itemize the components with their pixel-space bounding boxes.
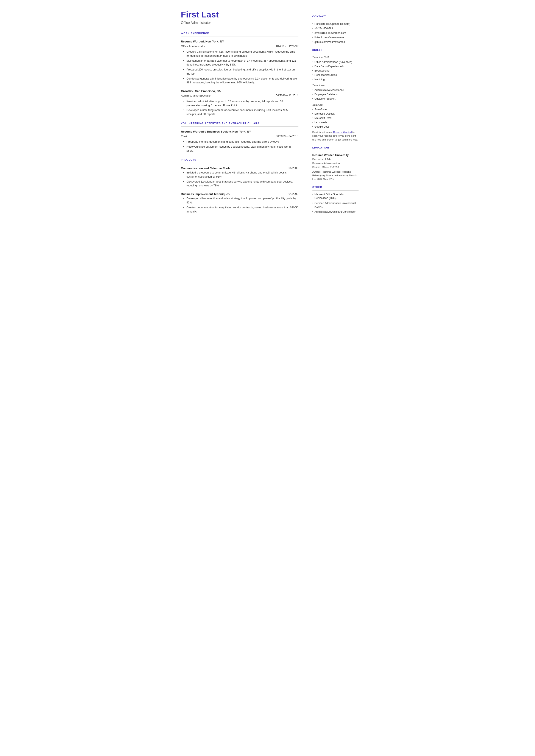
tech-skill-1: Data Entry (Experienced) (312, 65, 358, 68)
edu-awards: Awards: Resume Worded Teaching Fellow (o… (312, 170, 358, 181)
tech-skill-2: Bookkeeping (312, 69, 358, 72)
edu-institution: Resume Worded University (312, 153, 358, 157)
project-name-1: Communication and Calendar Tools (181, 166, 231, 170)
promo-text-1: Don't forget to use (312, 131, 333, 133)
volunteer-company-1: Resume Worded's Business Society, New Yo… (181, 129, 251, 134)
software-skill-0: Salesforce (312, 107, 358, 111)
techniques-skills-list: Administrative Assistance Employee Relat… (312, 88, 358, 101)
technical-label: Technical Skill: (312, 55, 358, 59)
volunteer-title-row-1: Resume Worded's Business Society, New Yo… (181, 129, 298, 134)
resume-page: First Last Office Administrator WORK EXP… (171, 0, 365, 259)
job-role-dates-row-2: Administrative Specialist 06/2010 – 12/2… (181, 94, 298, 99)
contact-item-2: email@resumeworded.com (312, 31, 358, 35)
job-company-2: Growthsi, San Francisco, CA (181, 89, 221, 93)
technique-skill-1: Employee Relations (312, 93, 358, 96)
vol-bullet-1-2: Resolved office equipment issues by trou… (183, 145, 298, 153)
name: First Last (181, 10, 298, 19)
tech-skill-3: Receptionist Duties (312, 73, 358, 77)
other-header: OTHER (312, 185, 358, 189)
other-item-0: Microsoft Office Specialist Certificatio… (312, 193, 358, 200)
work-divider (181, 36, 298, 37)
job-role-dates-row-1: Office Administrator 01/2015 – Present (181, 44, 298, 50)
other-list: Microsoft Office Specialist Certificatio… (312, 193, 358, 214)
project-title-row-2: Business Improvement Techniques 04/2009 (181, 192, 298, 196)
job-title-row-1: Resume Worded, New York, NY (181, 40, 298, 44)
job-dates-2: 06/2010 – 12/2014 (276, 94, 298, 98)
contact-header: CONTACT (312, 14, 358, 18)
project-name-2: Business Improvement Techniques (181, 192, 230, 196)
job-role-1: Office Administrator (181, 44, 205, 48)
bullet-1-3: Prepared 200 reports on sales figures, b… (183, 68, 298, 76)
promo-block: Don't forget to use Resume Worded to sca… (312, 130, 358, 142)
education-divider (312, 151, 358, 151)
volunteer-role-1: Clerk (181, 134, 187, 139)
software-skill-4: Google Docs (312, 125, 358, 129)
bullet-2-1: Provided administrative support to 12 su… (183, 99, 298, 107)
other-item-1: Certified Administrative Professional (C… (312, 202, 358, 209)
software-skill-3: LexisNexis (312, 121, 358, 124)
skills-divider (312, 53, 358, 53)
proj-bullet-2-1: Developed client retention and sales str… (183, 197, 298, 205)
education-block: Resume Worded University Bachelor of Art… (312, 153, 358, 181)
contact-item-3: linkedin.com/in/username (312, 36, 358, 40)
skills-header: SKILLS (312, 48, 358, 52)
education-header: EDUCATION (312, 146, 358, 150)
technique-skill-0: Administrative Assistance (312, 88, 358, 92)
contact-list: Honolulu, HI (Open to Remote) +1-234-456… (312, 22, 358, 44)
edu-location-date: Boston, MA — 05/2010 (312, 165, 358, 169)
work-experience-header: WORK EXPERIENCE (181, 32, 298, 35)
bullet-2-2: Developed a new filing system for execut… (183, 108, 298, 116)
volunteering-divider (181, 126, 298, 126)
software-skill-2: Microsoft Excel (312, 116, 358, 120)
bullet-1-2: Maintained an organized calendar to keep… (183, 59, 298, 67)
volunteer-role-dates-row-1: Clerk 06/2009 – 04/2010 (181, 134, 298, 140)
project-block-2: Business Improvement Techniques 04/2009 … (181, 192, 298, 213)
volunteer-dates-1: 06/2009 – 04/2010 (276, 134, 298, 138)
proj-bullet-2-2: Created documentation for negotiating ve… (183, 206, 298, 214)
volunteering-header: VOLUNTEERING ACTIVITIES AND EXTRACURRICU… (181, 122, 298, 125)
job-dates-1: 01/2015 – Present (276, 44, 298, 48)
resume-worded-link[interactable]: Resume Worded (333, 131, 352, 133)
project-bullets-2: Developed client retention and sales str… (181, 197, 298, 213)
project-block-1: Communication and Calendar Tools 05/2009… (181, 166, 298, 188)
contact-item-1: +1-234-456-789 (312, 26, 358, 30)
proj-bullet-1-1: Initiated a procedure to communicate wit… (183, 171, 298, 179)
bullet-1-4: Conducted general administrative tasks b… (183, 77, 298, 85)
job-bullets-2: Provided administrative support to 12 su… (181, 99, 298, 116)
bullet-1-1: Created a filing system for 4.6K incomin… (183, 50, 298, 58)
right-column: CONTACT Honolulu, HI (Open to Remote) +1… (306, 0, 365, 259)
job-block-2: Growthsi, San Francisco, CA Administrati… (181, 89, 298, 116)
edu-field: Business Administration (312, 161, 358, 165)
left-column: First Last Office Administrator WORK EXP… (171, 0, 306, 259)
job-role-2: Administrative Specialist (181, 94, 211, 98)
job-title-row-2: Growthsi, San Francisco, CA (181, 89, 298, 93)
other-item-2: Administrative Assistant Certification (312, 210, 358, 214)
job-company-1: Resume Worded, New York, NY (181, 40, 224, 44)
contact-item-4: github.com/resumeworded (312, 40, 358, 44)
volunteer-block-1: Resume Worded's Business Society, New Yo… (181, 129, 298, 153)
vol-bullet-1-1: Proofread memos, documents and contracts… (183, 140, 298, 144)
project-title-row-1: Communication and Calendar Tools 05/2009 (181, 166, 298, 170)
projects-header: PROJECTS (181, 158, 298, 162)
job-block-1: Resume Worded, New York, NY Office Admin… (181, 40, 298, 85)
edu-degree: Bachelor of Arts (312, 157, 358, 161)
techniques-label: Techniques: (312, 83, 358, 87)
tech-skill-0: Office Administration (Advanced) (312, 60, 358, 64)
tech-skill-4: Invoicing (312, 77, 358, 81)
project-date-1: 05/2009 (289, 166, 298, 170)
proj-bullet-1-2: Discovered 12 calendar apps that sync se… (183, 180, 298, 188)
job-title: Office Administrator (181, 20, 298, 25)
software-skills-list: Salesforce Microsoft Outlook Microsoft E… (312, 107, 358, 129)
technical-skills-list: Office Administration (Advanced) Data En… (312, 60, 358, 81)
technique-skill-2: Customer Support (312, 97, 358, 101)
project-bullets-1: Initiated a procedure to communicate wit… (181, 171, 298, 188)
software-skill-1: Microsoft Outlook (312, 112, 358, 116)
software-label: Software: (312, 103, 358, 107)
project-date-2: 04/2009 (289, 192, 298, 196)
job-bullets-1: Created a filing system for 4.6K incomin… (181, 50, 298, 85)
volunteer-bullets-1: Proofread memos, documents and contracts… (181, 140, 298, 153)
contact-item-0: Honolulu, HI (Open to Remote) (312, 22, 358, 26)
